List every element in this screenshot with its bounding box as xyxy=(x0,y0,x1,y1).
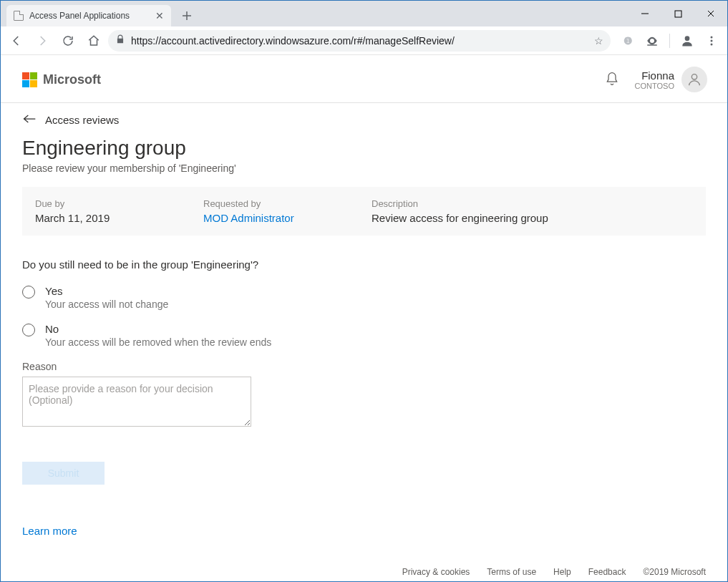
description-value: Review access for engineering group xyxy=(372,212,693,224)
browser-menu-button[interactable] xyxy=(700,29,723,52)
browser-window: Access Panel Applications ✕ h xyxy=(0,0,728,582)
breadcrumb-label: Access reviews xyxy=(45,114,119,126)
tab-favicon-icon xyxy=(14,11,24,21)
nav-back-button[interactable] xyxy=(5,29,28,52)
nav-reload-button[interactable] xyxy=(57,29,79,52)
footer-link-privacy[interactable]: Privacy & cookies xyxy=(402,567,470,577)
browser-toolbar: https://account.activedirectory.windowsa… xyxy=(1,26,727,55)
microsoft-logo-icon xyxy=(22,72,37,87)
learn-more-link[interactable]: Learn more xyxy=(22,525,77,537)
svg-point-3 xyxy=(711,39,713,42)
submit-button[interactable]: Submit xyxy=(22,462,105,485)
page-header: Microsoft Fionna CONTOSO xyxy=(1,55,727,103)
titlebar: Access Panel Applications ✕ xyxy=(1,1,727,26)
svg-point-1 xyxy=(685,36,690,41)
option-no[interactable]: No Your access will be removed when the … xyxy=(22,323,706,348)
option-label: No xyxy=(45,323,271,335)
review-question: Do you still need to be in the group 'En… xyxy=(22,258,706,271)
lock-icon xyxy=(115,34,125,47)
window-minimize-button[interactable] xyxy=(628,1,661,26)
toolbar-right: ❶ xyxy=(613,29,723,52)
brand-text: Microsoft xyxy=(43,72,101,87)
profile-icon[interactable] xyxy=(676,29,699,52)
window-controls xyxy=(628,1,727,26)
toolbar-separator xyxy=(669,34,670,48)
footer-copyright: ©2019 Microsoft xyxy=(643,567,706,577)
reason-input[interactable] xyxy=(22,377,251,427)
footer-link-help[interactable]: Help xyxy=(553,567,571,577)
option-label: Yes xyxy=(45,285,168,297)
notifications-icon[interactable] xyxy=(605,71,619,89)
breadcrumb[interactable]: Access reviews xyxy=(1,103,727,134)
user-menu[interactable]: Fionna CONTOSO xyxy=(635,67,707,92)
requested-by-value[interactable]: MOD Administrator xyxy=(203,212,372,224)
page-title: Engineering group xyxy=(22,137,706,160)
page-footer: Privacy & cookies Terms of use Help Feed… xyxy=(402,567,706,577)
svg-rect-0 xyxy=(675,11,681,17)
option-desc: Your access will not change xyxy=(45,299,168,310)
reason-label: Reason xyxy=(22,361,706,372)
window-maximize-button[interactable] xyxy=(661,1,694,26)
extension-icon[interactable]: ❶ xyxy=(616,29,639,52)
review-info-box: Due by March 11, 2019 Requested by MOD A… xyxy=(22,187,706,236)
radio-icon[interactable] xyxy=(22,324,35,336)
tab-title: Access Panel Applications xyxy=(29,11,150,21)
address-bar[interactable]: https://account.activedirectory.windowsa… xyxy=(108,30,611,52)
options-group: Yes Your access will not change No Your … xyxy=(22,285,706,348)
nav-forward-button[interactable] xyxy=(31,29,54,52)
avatar-icon xyxy=(681,67,707,92)
tab-close-icon[interactable]: ✕ xyxy=(155,11,164,21)
new-tab-button[interactable] xyxy=(177,6,197,26)
url-text: https://account.activedirectory.windowsa… xyxy=(131,35,588,47)
svg-point-2 xyxy=(711,36,713,38)
footer-link-terms[interactable]: Terms of use xyxy=(487,567,536,577)
due-by-value: March 11, 2019 xyxy=(35,212,203,224)
page-subtitle: Please review your membership of 'Engine… xyxy=(22,163,706,174)
back-arrow-icon[interactable] xyxy=(22,113,37,127)
nav-home-button[interactable] xyxy=(82,29,105,52)
star-icon[interactable]: ☆ xyxy=(594,35,603,47)
microsoft-logo[interactable]: Microsoft xyxy=(22,72,101,87)
footer-link-feedback[interactable]: Feedback xyxy=(588,567,626,577)
option-desc: Your access will be removed when the rev… xyxy=(45,336,271,348)
window-close-button[interactable] xyxy=(694,1,727,26)
browser-tab[interactable]: Access Panel Applications ✕ xyxy=(6,5,171,26)
radio-icon[interactable] xyxy=(22,286,35,299)
user-name: Fionna xyxy=(635,69,674,82)
description-label: Description xyxy=(372,198,693,209)
svg-point-5 xyxy=(691,74,697,79)
page-content: Microsoft Fionna CONTOSO xyxy=(1,55,727,581)
viewport: Microsoft Fionna CONTOSO xyxy=(1,55,727,581)
due-by-label: Due by xyxy=(35,198,203,209)
user-org: CONTOSO xyxy=(635,82,674,90)
requested-by-label: Requested by xyxy=(203,198,372,209)
cast-icon[interactable] xyxy=(641,29,664,52)
option-yes[interactable]: Yes Your access will not change xyxy=(22,285,706,310)
svg-point-4 xyxy=(711,43,713,45)
